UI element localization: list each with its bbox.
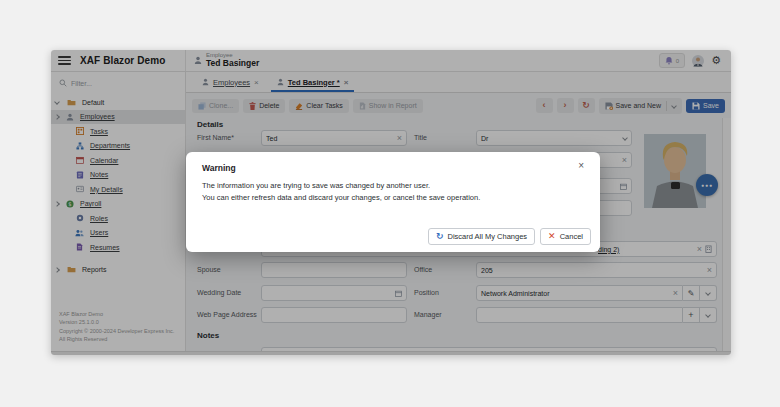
dialog-close-icon[interactable]: × [578,161,584,171]
close-x-icon: ✕ [548,232,556,241]
cancel-button[interactable]: ✕ Cancel [540,228,591,245]
dialog-message-line: The information you are trying to save w… [202,180,584,192]
dialog-actions: ↻ Discard All My Changes ✕ Cancel [428,228,591,245]
dialog-message-line: You can either refresh data and discard … [202,192,584,204]
warning-dialog: Warning × The information you are trying… [186,152,600,252]
app-window: XAF Blazor Demo Employee Ted Basinger 0 … [51,50,731,355]
dialog-message: The information you are trying to save w… [202,180,584,205]
refresh-icon: ↻ [436,232,444,241]
dialog-title: Warning [202,163,236,173]
discard-changes-button[interactable]: ↻ Discard All My Changes [428,228,535,245]
